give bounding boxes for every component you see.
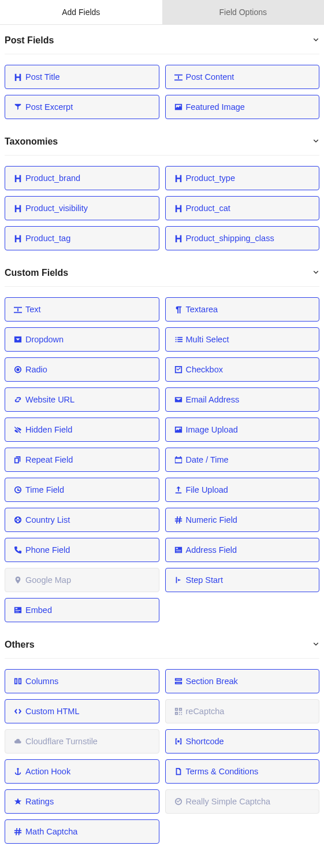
globe-icon [14,516,22,524]
field-label: File Upload [186,485,228,494]
field-featured-image[interactable]: Featured Image [165,95,320,119]
field-label: Website URL [25,395,75,404]
field-label: Multi Select [186,335,229,344]
field-address-field[interactable]: Address Field [165,538,320,562]
image-icon [174,426,183,434]
field-label: Product_cat [186,204,230,213]
hash-icon [174,516,183,524]
field-numeric-field[interactable]: Numeric Field [165,508,320,532]
section-header-post-fields[interactable]: Post Fields [5,25,319,54]
chevron-down-icon [312,269,319,278]
field-label: Post Title [25,72,60,82]
tab-add-fields[interactable]: Add Fields [0,0,162,24]
field-image-upload[interactable]: Image Upload [165,418,320,442]
section-title: Taxonomies [5,136,58,147]
field-email-address[interactable]: Email Address [165,387,320,412]
field-label: Text [25,305,41,314]
field-section-break[interactable]: Section Break [165,669,320,693]
chevron-down-icon [312,36,319,45]
field-dropdown[interactable]: Dropdown [5,327,159,352]
field-custom-html[interactable]: Custom HTML [5,699,159,723]
section-others: OthersColumnsSection BreakCustom HTMLreC… [0,629,324,851]
file-icon [174,767,183,775]
section-header-taxonomies[interactable]: Taxonomies [5,126,319,156]
field-label: Embed [25,605,52,615]
map-pin-icon [14,576,22,584]
field-post-title[interactable]: Post Title [5,65,159,89]
field-label: Post Content [186,72,234,82]
field-post-content[interactable]: Post Content [165,65,320,89]
anchor-icon [14,767,22,775]
field-time-field[interactable]: Time Field [5,478,159,502]
field-textarea[interactable]: Textarea [165,297,320,322]
field-step-start[interactable]: Step Start [165,568,320,592]
tabs: Add Fields Field Options [0,0,324,25]
field-text[interactable]: Text [5,297,159,322]
field-hidden-field[interactable]: Hidden Field [5,418,159,442]
field-radio[interactable]: Radio [5,357,159,382]
field-label: reCaptcha [186,707,225,716]
check-circle-icon [174,797,183,806]
field-post-excerpt[interactable]: Post Excerpt [5,95,159,119]
field-action-hook[interactable]: Action Hook [5,759,159,784]
chevron-down-icon [312,138,319,146]
field-repeat-field[interactable]: Repeat Field [5,448,159,472]
address-icon [174,546,183,554]
input-icon [14,305,22,313]
field-multi-select[interactable]: Multi Select [165,327,320,352]
section-title: Custom Fields [5,268,68,278]
dropdown-icon [14,335,22,343]
field-label: Product_type [186,173,235,183]
field-label: Really Simple Captcha [186,797,271,806]
field-product-shipping-class[interactable]: Product_shipping_class [165,226,320,250]
section-taxonomies: TaxonomiesProduct_brandProduct_typeProdu… [0,126,324,257]
field-label: Cloudflare Turnstile [25,737,98,746]
paragraph-icon [174,305,183,313]
field-columns[interactable]: Columns [5,669,159,693]
field-math-captcha[interactable]: Math Captcha [5,819,159,844]
section-header-custom-fields[interactable]: Custom Fields [5,257,319,287]
heading-icon [14,174,22,182]
eye-slash-icon [14,426,22,434]
field-label: Action Hook [25,767,70,776]
field-really-simple-captcha: Really Simple Captcha [165,789,320,814]
field-product-cat[interactable]: Product_cat [165,196,320,220]
field-embed[interactable]: Embed [5,598,159,622]
field-website-url[interactable]: Website URL [5,387,159,412]
cloud-icon [14,737,22,745]
field-ratings[interactable]: Ratings [5,789,159,814]
field-label: Phone Field [25,545,70,555]
field-label: Terms & Conditions [186,767,259,776]
field-label: Post Excerpt [25,102,73,112]
heading-icon [174,174,183,182]
envelope-icon [174,396,183,404]
field-product-visibility[interactable]: Product_visibility [5,196,159,220]
field-product-tag[interactable]: Product_tag [5,226,159,250]
hash-icon [14,828,22,836]
field-google-map: Google Map [5,568,159,592]
field-label: Repeat Field [25,455,73,464]
field-shortcode[interactable]: Shortcode [165,729,320,754]
list-icon [174,335,183,343]
field-file-upload[interactable]: File Upload [165,478,320,502]
tab-field-options[interactable]: Field Options [162,0,325,24]
field-cloudflare-turnstile: Cloudflare Turnstile [5,729,159,754]
section-header-others[interactable]: Others [5,629,319,659]
copy-icon [14,456,22,464]
field-product-brand[interactable]: Product_brand [5,166,159,190]
field-label: Numeric Field [186,515,237,525]
input-icon [174,73,183,81]
code-icon [14,707,22,715]
radio-icon [14,365,22,374]
field-label: Address Field [186,545,237,555]
field-grid: Post TitlePost ContentPost ExcerptFeatur… [5,54,319,126]
section-custom-fields: Custom FieldsTextTextareaDropdownMulti S… [0,257,324,629]
field-country-list[interactable]: Country List [5,508,159,532]
field-checkbox[interactable]: Checkbox [165,357,320,382]
field-label: Country List [25,515,70,525]
step-icon [174,576,183,584]
field-phone-field[interactable]: Phone Field [5,538,159,562]
field-date-time[interactable]: Date / Time [165,448,320,472]
field-terms-conditions[interactable]: Terms & Conditions [165,759,320,784]
field-product-type[interactable]: Product_type [165,166,320,190]
